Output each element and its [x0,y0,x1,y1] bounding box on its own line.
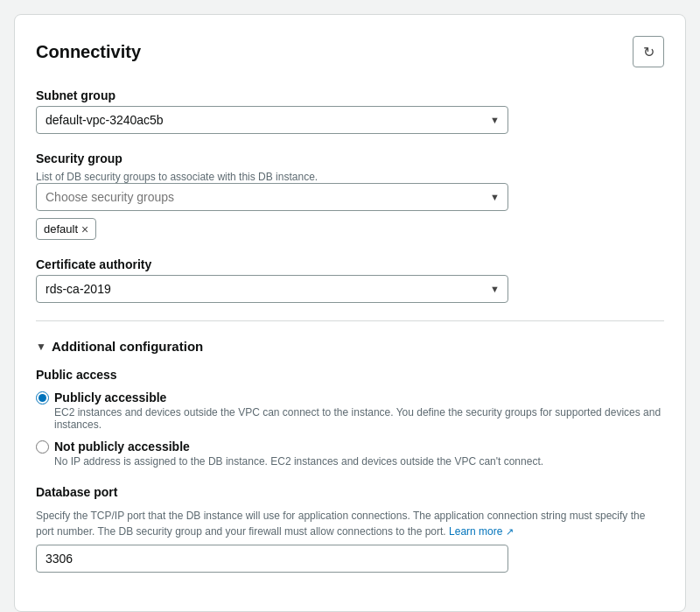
certificate-authority-select-wrapper: rds-ca-2019 ▼ [36,275,508,303]
subnet-group-select[interactable]: default-vpc-3240ac5b [36,106,508,134]
additional-config-header: ▼ Additional configuration [36,339,664,354]
panel-header: Connectivity ↻ [36,36,664,67]
panel-title: Connectivity [36,42,141,62]
publicly-accessible-option: Publicly accessible EC2 instances and de… [36,390,664,431]
chevron-down-icon: ▼ [36,341,46,353]
security-group-label: Security group [36,151,664,165]
public-access-radio-group: Publicly accessible EC2 instances and de… [36,390,664,468]
not-publicly-accessible-row: Not publicly accessible [36,440,664,454]
not-publicly-accessible-radio[interactable] [36,440,49,454]
database-port-label: Database port [36,485,664,499]
database-port-desc: Specify the TCP/IP port that the DB inst… [36,508,664,539]
refresh-button[interactable]: ↻ [633,36,664,67]
subnet-group-select-wrapper: default-vpc-3240ac5b ▼ [36,106,508,134]
subnet-group-label: Subnet group [36,88,664,102]
refresh-icon: ↻ [643,44,654,60]
security-group-input-wrapper: ▼ [36,183,508,211]
database-port-input[interactable] [36,545,508,573]
subnet-group-field: Subnet group default-vpc-3240ac5b ▼ [36,88,664,134]
security-group-tag-default: default × [36,218,96,240]
not-publicly-accessible-option: Not publicly accessible No IP address is… [36,440,664,468]
publicly-accessible-row: Publicly accessible [36,390,664,404]
publicly-accessible-label: Publicly accessible [54,390,166,404]
public-access-label: Public access [36,368,664,382]
security-group-field: Security group List of DB security group… [36,151,664,240]
not-publicly-accessible-label: Not publicly accessible [54,440,190,454]
external-link-icon: ↗ [506,526,514,537]
security-group-desc: List of DB security groups to associate … [36,171,318,183]
security-group-tags: default × [36,218,664,240]
section-divider [36,320,664,321]
public-access-field: Public access Publicly accessible EC2 in… [36,368,664,468]
security-group-input[interactable] [36,183,508,211]
certificate-authority-label: Certificate authority [36,257,664,271]
certificate-authority-field: Certificate authority rds-ca-2019 ▼ [36,257,664,303]
publicly-accessible-desc: EC2 instances and devices outside the VP… [54,406,664,431]
database-port-field: Database port Specify the TCP/IP port th… [36,485,664,573]
connectivity-panel: Connectivity ↻ Subnet group default-vpc-… [14,14,686,612]
certificate-authority-select[interactable]: rds-ca-2019 [36,275,508,303]
publicly-accessible-radio[interactable] [36,391,49,404]
not-publicly-accessible-desc: No IP address is assigned to the DB inst… [54,455,664,468]
tag-label: default [44,222,78,236]
learn-more-link[interactable]: Learn more ↗ [449,525,514,538]
tag-remove-button[interactable]: × [81,223,88,236]
additional-config-title: Additional configuration [52,339,203,354]
